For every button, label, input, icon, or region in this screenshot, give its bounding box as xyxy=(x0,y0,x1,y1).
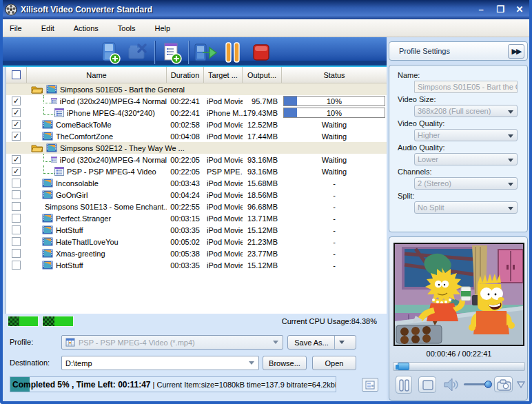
row-checkbox[interactable]: ✓ xyxy=(12,132,21,141)
row-checkbox[interactable] xyxy=(12,202,21,211)
add-profile-button[interactable] xyxy=(158,40,185,65)
expand-panel-button[interactable]: ▶▶ xyxy=(508,44,524,59)
row-duration: 00:03:35 xyxy=(170,226,200,234)
table-row[interactable]: Simpsons S01E13 - Some Enchant...00:22:5… xyxy=(6,201,387,212)
table-row[interactable]: ✓PSP - PSP MPEG-4 Video00:22:05PSP MPE..… xyxy=(6,165,387,177)
right-panel: Profile Settings ▶▶ Name: Simpsons S01E0… xyxy=(387,37,529,401)
table-row[interactable]: GoOnGirl00:04:24iPod Movie18.56MB- xyxy=(6,189,387,201)
menu-tools[interactable]: Tools xyxy=(108,19,145,37)
menu-actions[interactable]: Actions xyxy=(64,19,108,37)
row-checkbox[interactable]: ✓ xyxy=(12,97,21,105)
row-target: iPod Movie xyxy=(207,132,243,141)
row-checkbox[interactable] xyxy=(12,190,21,199)
table-row[interactable]: HateThatILoveYou00:05:02iPod Movie21.23M… xyxy=(6,236,387,248)
menu-file[interactable]: File xyxy=(0,19,32,37)
column-header-status[interactable]: Status xyxy=(282,67,387,83)
row-checkbox[interactable] xyxy=(12,261,21,270)
app-window: Xilisoft Video Converter Standard – ❐ ✕ … xyxy=(0,0,532,404)
row-name: iPod (320x240)MPEG-4 Normal xyxy=(60,97,167,105)
row-checkbox[interactable] xyxy=(12,225,21,234)
row-checkbox[interactable] xyxy=(12,249,21,258)
remove-file-button[interactable] xyxy=(124,40,152,65)
table-row[interactable]: ✓TheComfortZone00:04:08iPod Movie17.44MB… xyxy=(6,130,387,142)
row-checkbox[interactable]: ✓ xyxy=(12,120,21,129)
destination-combo[interactable]: D:\temp xyxy=(61,356,259,370)
column-header-output[interactable]: Output... xyxy=(243,67,282,83)
select-all-checkbox[interactable] xyxy=(12,70,21,79)
chevron-down-icon[interactable] xyxy=(270,336,281,348)
maximize-button[interactable]: ❐ xyxy=(493,3,507,15)
save-as-dropdown[interactable] xyxy=(334,336,349,349)
chevron-down-icon[interactable] xyxy=(246,357,257,369)
row-target: iPod Movie xyxy=(207,179,243,188)
browse-label: Browse... xyxy=(269,359,300,367)
preview-pause-button[interactable] xyxy=(396,376,412,394)
row-duration: 00:05:02 xyxy=(170,238,200,246)
column-header-duration[interactable]: Duration xyxy=(167,67,204,83)
row-checkbox[interactable] xyxy=(12,179,21,188)
column-header-target[interactable]: Target ... xyxy=(204,67,243,83)
camera-icon xyxy=(495,377,513,393)
video-preview[interactable] xyxy=(393,243,524,346)
add-file-button[interactable] xyxy=(96,40,124,65)
row-checkbox[interactable]: ✓ xyxy=(12,155,21,164)
menu-edit[interactable]: Edit xyxy=(32,19,64,37)
seek-handle[interactable] xyxy=(398,363,409,370)
row-name: HotStuff xyxy=(56,226,83,234)
row-checkbox[interactable]: ✓ xyxy=(12,108,21,117)
name-label: Name: xyxy=(398,71,520,79)
snapshot-button[interactable] xyxy=(494,376,513,392)
table-row[interactable]: ✓ComeBackToMe00:02:58iPod Movie12.52MBWa… xyxy=(6,119,387,130)
table-row[interactable]: Xmas-greeting00:05:38iPod Movie23.77MB- xyxy=(6,248,387,259)
row-status: - xyxy=(333,203,336,211)
row-name: iPod (320x240)MPEG-4 Normal xyxy=(60,156,167,164)
table-row[interactable]: HotStuff00:03:35iPod Movie15.12MB- xyxy=(6,224,387,236)
volume-icon[interactable] xyxy=(442,376,460,393)
table-row[interactable]: HotStuff00:03:35iPod Movie15.12MB- xyxy=(6,259,387,271)
close-button[interactable]: ✕ xyxy=(513,3,526,15)
seek-bar[interactable] xyxy=(393,362,525,371)
video-quality-select[interactable]: Higher xyxy=(414,129,518,141)
table-row[interactable]: ✓iPhone MPEG-4(320*240)00:22:41iPhone M.… xyxy=(6,107,387,119)
profile-grid-icon xyxy=(65,338,75,347)
title-bar[interactable]: Xilisoft Video Converter Standard – ❐ ✕ xyxy=(0,0,532,19)
open-button[interactable]: Open xyxy=(312,356,356,370)
column-header-name[interactable]: Name xyxy=(27,67,167,83)
browse-button[interactable]: Browse... xyxy=(263,356,307,370)
volume-knob[interactable] xyxy=(484,381,492,388)
select-all-checkbox-cell[interactable] xyxy=(6,67,27,83)
pause-button[interactable] xyxy=(219,40,247,65)
minimize-button[interactable]: – xyxy=(474,3,488,15)
row-name: Simpsons S02E12 - They Way We ... xyxy=(60,144,185,152)
row-output: 95.7MB xyxy=(252,97,278,105)
video-file-icon xyxy=(42,237,53,246)
file-list-header[interactable]: Name Duration Target ... Output... Statu… xyxy=(6,67,387,83)
table-row[interactable]: Perfect.Stranger00:03:15iPod Movie13.71M… xyxy=(6,212,387,224)
audio-quality-select[interactable]: Lower xyxy=(414,153,518,165)
save-as-button[interactable]: Save As... xyxy=(287,335,356,350)
video-file-icon xyxy=(46,85,57,94)
destination-value: D:\temp xyxy=(65,359,92,367)
row-checkbox[interactable] xyxy=(12,237,21,246)
group-row[interactable]: Simpsons S01E05 - Bart the General xyxy=(6,83,387,95)
split-select[interactable]: No Split xyxy=(414,201,518,214)
row-checkbox[interactable]: ✓ xyxy=(12,167,21,176)
stop-button[interactable] xyxy=(247,40,274,65)
row-checkbox[interactable] xyxy=(12,214,21,223)
video-file-icon xyxy=(42,190,53,199)
profile-combo[interactable]: PSP - PSP MPEG-4 Video (*.mp4) xyxy=(61,335,283,350)
more-options-icon[interactable] xyxy=(516,380,526,390)
menu-help[interactable]: Help xyxy=(145,19,180,37)
table-row[interactable]: ✓iPod (320x240)MPEG-4 Normal00:22:41iPod… xyxy=(6,95,387,107)
video-size-select[interactable]: 368x208 (Full screen) xyxy=(414,105,518,117)
pause-icon xyxy=(223,41,243,64)
table-row[interactable]: ✓iPod (320x240)MPEG-4 Normal00:22:05iPod… xyxy=(6,154,387,165)
profile-settings-title: Profile Settings xyxy=(399,47,450,55)
channels-select[interactable]: 2 (Stereo) xyxy=(414,177,518,190)
convert-button[interactable] xyxy=(192,40,219,65)
profile-name-input[interactable]: Simpsons S01E05 - Bart the G xyxy=(414,81,518,93)
preview-stop-button[interactable] xyxy=(418,376,436,393)
log-button[interactable] xyxy=(362,378,378,392)
group-row[interactable]: Simpsons S02E12 - They Way We ... xyxy=(6,142,387,154)
table-row[interactable]: Inconsolable00:03:43iPod Movie15.68MB- xyxy=(6,177,387,189)
